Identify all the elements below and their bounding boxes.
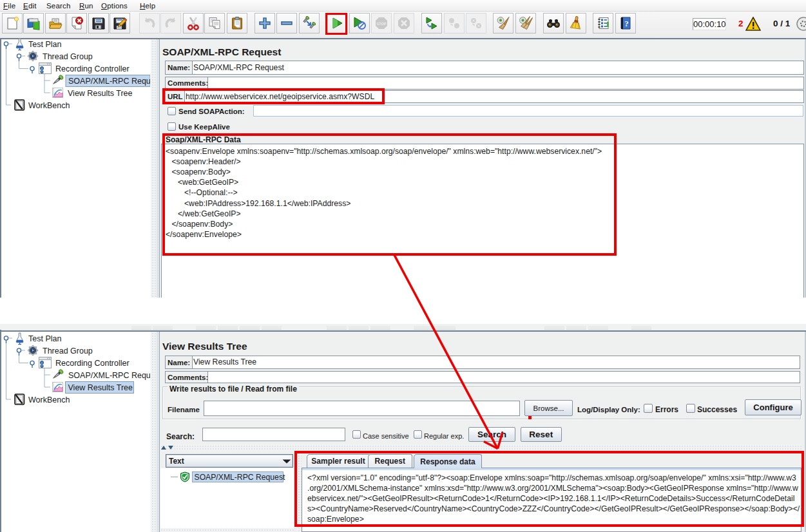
svg-text:View Results Tree: View Results Tree — [68, 89, 133, 98]
svg-text:SOAP/XML-RPC Reque: SOAP/XML-RPC Reque — [68, 77, 150, 86]
svg-text:Thread Group: Thread Group — [43, 52, 93, 61]
svg-text:View Results Tree: View Results Tree — [68, 383, 133, 392]
svg-text:Recording Controller: Recording Controller — [55, 359, 130, 368]
svg-text:Test Plan: Test Plan — [28, 40, 61, 49]
svg-text:WorkBench: WorkBench — [28, 395, 70, 404]
svg-text:SOAP/XML-RPC Reque: SOAP/XML-RPC Reque — [68, 371, 150, 380]
svg-text:Test Plan: Test Plan — [28, 334, 61, 343]
svg-text:Recording Controller: Recording Controller — [55, 64, 130, 73]
svg-text:STOP: STOP — [377, 22, 387, 26]
svg-text:?: ? — [624, 19, 629, 28]
svg-text:Thread Group: Thread Group — [43, 347, 93, 356]
svg-text:WorkBench: WorkBench — [28, 101, 70, 110]
